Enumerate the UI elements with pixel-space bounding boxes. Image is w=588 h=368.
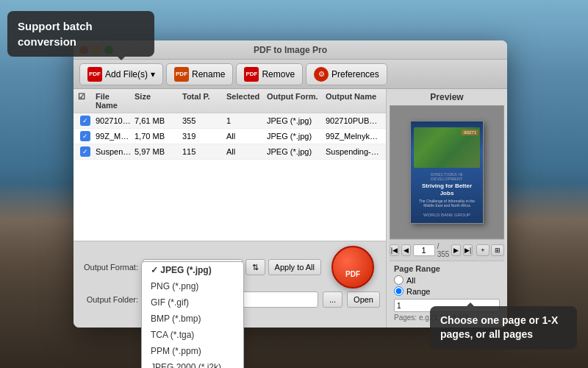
row-check[interactable]: ✓ <box>76 115 94 127</box>
next-page-button[interactable]: ▶ <box>451 244 461 256</box>
preferences-button[interactable]: ⚙ Preferences <box>306 63 387 85</box>
dropdown-item-ppm[interactable]: PPM (*.ppm) <box>142 343 243 359</box>
row-total-pages: 355 <box>181 116 225 126</box>
toolbar: PDF Add File(s) ▾ PDF Rename PDF Remove … <box>74 60 507 89</box>
row-size: 5,97 MB <box>133 146 181 157</box>
all-pages-radio[interactable] <box>394 275 404 285</box>
tooltip-page: Choose one page or 1-X pages, or all pag… <box>430 306 577 350</box>
folder-label: Output Folder: <box>79 295 138 304</box>
tooltip-batch-text: Support batch conversion <box>18 20 93 48</box>
header-output-format: Output Form. <box>265 91 324 110</box>
row-selected: All <box>225 131 265 141</box>
row-filename: 99Z_Melnyk_2014-Fil... <box>94 131 133 141</box>
header-size: Size <box>133 91 181 110</box>
row-size: 7,61 MB <box>133 116 181 126</box>
preview-image: 90271 Directions in Development Striving… <box>390 105 504 239</box>
format-dropdown: ✓ JPEG (*.jpg) PNG (*.png) GIF (*.gif) B… <box>141 261 244 368</box>
page-total: / 355 <box>437 242 450 258</box>
dropdown-item-jpeg[interactable]: ✓ JPEG (*.jpg) <box>142 262 243 278</box>
prev-page-button[interactable]: ◀ <box>401 244 411 256</box>
row-output-name: 902710PUB0x30see0als... <box>324 116 383 126</box>
convert-label: PDF <box>345 270 360 278</box>
row-filename: 902710PUB0x30se... <box>94 116 133 126</box>
range-radio[interactable] <box>394 286 404 296</box>
table-row[interactable]: ✓ Suspending-Suspicio... 5,97 MB 115 All… <box>74 144 386 160</box>
row-total-pages: 115 <box>181 146 225 157</box>
table-row[interactable]: ✓ 902710PUB0x30se... 7,61 MB 355 1 JPEG … <box>74 113 386 129</box>
table-header: ☑ File Name Size Total P. Selected Outpu… <box>74 89 386 113</box>
row-output-name: Suspending-Suspicious-Tr... <box>324 146 383 157</box>
row-filename: Suspending-Suspicio... <box>94 146 133 157</box>
dots-button[interactable]: ... <box>323 291 343 308</box>
table-row[interactable]: ✓ 99Z_Melnyk_2014-Fil... 1,70 MB 319 All… <box>74 129 386 144</box>
apply-all-button[interactable]: Apply to All <box>268 259 321 275</box>
all-pages-option: All <box>394 275 500 285</box>
remove-icon: PDF <box>244 67 259 82</box>
dropdown-item-gif[interactable]: GIF (*.gif) <box>142 294 243 311</box>
file-table[interactable]: ☑ File Name Size Total P. Selected Outpu… <box>74 89 386 241</box>
preferences-icon: ⚙ <box>314 67 329 82</box>
range-option: Range <box>394 286 500 296</box>
row-selected: All <box>225 146 265 157</box>
book-badge: 90271 <box>462 130 478 135</box>
preview-icon-group: + ⊞ <box>476 244 504 256</box>
add-files-button[interactable]: PDF Add File(s) ▾ <box>79 63 163 85</box>
row-total-pages: 319 <box>181 131 225 141</box>
dropdown-item-png[interactable]: PNG (*.png) <box>142 278 243 294</box>
book-cover: 90271 Directions in Development Striving… <box>410 121 484 224</box>
rename-icon: PDF <box>174 67 189 82</box>
row-selected: 1 <box>225 116 265 126</box>
row-output-name: 99Z_Melnyk_2014-Film_an... <box>324 131 383 141</box>
book-publisher: WORLD BANK GROUP <box>423 213 470 217</box>
header-output-name: Output Name <box>324 91 383 110</box>
preview-controls: |◀ ◀ 1 / 355 ▶ ▶| + ⊞ <box>390 239 504 261</box>
tooltip-page-text: Choose one page or 1-X pages, or all pag… <box>440 314 558 341</box>
dropdown-item-bmp[interactable]: BMP (*.bmp) <box>142 311 243 327</box>
range-label: Range <box>406 287 430 296</box>
zoom-out-button[interactable]: ⊞ <box>491 244 504 256</box>
last-page-button[interactable]: ▶| <box>463 244 473 256</box>
all-pages-label: All <box>406 276 415 285</box>
convert-button[interactable]: PDF <box>331 246 374 289</box>
row-output-format: JPEG (*.jpg) <box>265 131 324 141</box>
book-subtitle: The Challenge of Informality in the Midd… <box>415 199 478 208</box>
header-selected: Selected <box>225 91 265 110</box>
main-window: PDF to Image Pro PDF Add File(s) ▾ PDF R… <box>74 40 507 328</box>
book-series: Directions in Development <box>415 172 478 181</box>
page-number-input[interactable]: 1 <box>413 244 435 256</box>
format-label: Output Format: <box>79 263 138 272</box>
dropdown-item-j2k[interactable]: JPEG 2000 (*.j2k) <box>142 359 243 368</box>
book-title: Striving for Better Jobs <box>415 183 478 197</box>
convert-btn-area: PDF <box>326 246 380 289</box>
first-page-button[interactable]: |◀ <box>390 244 399 256</box>
row-output-format: JPEG (*.jpg) <box>265 146 324 157</box>
page-range-title: Page Range <box>394 264 500 273</box>
remove-button[interactable]: PDF Remove <box>236 63 303 85</box>
header-check: ☑ <box>76 91 94 110</box>
row-check[interactable]: ✓ <box>76 146 94 158</box>
sort-button[interactable]: ⇅ <box>245 259 265 275</box>
row-check[interactable]: ✓ <box>76 130 94 142</box>
open-button[interactable]: Open <box>347 291 380 308</box>
row-output-format: JPEG (*.jpg) <box>265 116 324 126</box>
rename-button[interactable]: PDF Rename <box>166 63 233 85</box>
zoom-in-button[interactable]: + <box>476 244 490 256</box>
header-total-pages: Total P. <box>181 91 225 110</box>
dropdown-item-tga[interactable]: TCA (*.tga) <box>142 327 243 343</box>
add-files-icon: PDF <box>87 67 102 82</box>
window-title: PDF to Image Pro <box>254 45 327 55</box>
main-area: ☑ File Name Size Total P. Selected Outpu… <box>74 89 507 328</box>
tooltip-batch: Support batch conversion <box>7 11 154 57</box>
book-image: 90271 <box>414 127 480 168</box>
preview-label: Preview <box>390 92 504 102</box>
preview-panel: Preview 90271 Directions in Development … <box>386 89 507 328</box>
header-filename: File Name <box>94 91 133 110</box>
book-title-area: Directions in Development Striving for B… <box>415 172 478 208</box>
row-size: 1,70 MB <box>133 131 181 141</box>
